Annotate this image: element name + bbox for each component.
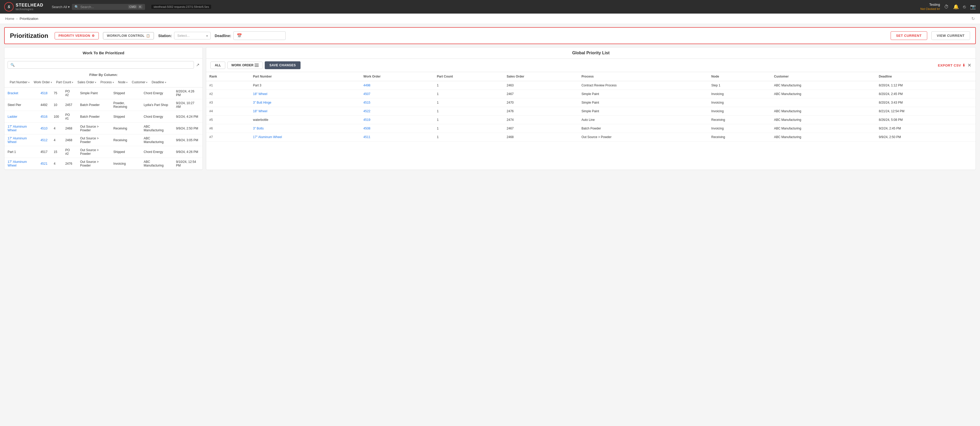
cell-part-count: 1 [434, 107, 504, 116]
expand-icon[interactable]: ↗ [196, 62, 199, 67]
cell-work-order: 4498 [360, 81, 434, 90]
breadcrumb-home[interactable]: Home [5, 17, 14, 21]
nav-logo-name: STEELHEAD [16, 3, 43, 8]
col-filter-deadline[interactable]: Deadline▾ [150, 79, 168, 85]
save-changes-button[interactable]: SAVE CHANGES [265, 61, 301, 69]
cell-part-count: 1 [434, 124, 504, 133]
cell-node: Shipped [110, 146, 141, 158]
left-data-table: Bracket 4518 75 PO #2 Simple Paint Shipp… [5, 87, 202, 169]
keyboard-shortcut-hint: CMD K [128, 5, 142, 9]
search-input[interactable] [80, 5, 126, 9]
search-icon: 🔍 [75, 5, 79, 9]
deadline-group: Deadline: 📅 [215, 31, 286, 40]
nav-logo-sub: technologies [16, 8, 43, 11]
cell-process: Out Source > Powder [77, 158, 110, 169]
part-number-link[interactable]: 3" Bolts [253, 127, 264, 130]
cell-part-count: 4 [51, 123, 62, 135]
work-order-link[interactable]: 4507 [364, 92, 371, 96]
camera-icon[interactable]: 📷 [970, 4, 976, 10]
refresh-icon[interactable]: ↻ [971, 16, 975, 21]
all-button[interactable]: ALL [210, 62, 225, 69]
part-number-text: Steel Pier [8, 103, 21, 107]
work-order-link[interactable]: 4508 [364, 127, 371, 130]
search-all-dropdown[interactable]: Search All ▾ [52, 5, 70, 9]
col-filter-customer[interactable]: Customer▾ [130, 79, 150, 85]
cell-deadline: 8/20/24, 4:26 PM [173, 87, 203, 99]
cell-work-order: 4508 [360, 124, 434, 133]
close-button[interactable]: ✕ [967, 62, 971, 68]
view-current-button[interactable]: VIEW CURRENT [931, 31, 970, 40]
col-filter-node[interactable]: Node▾ [116, 79, 130, 85]
cell-part-number: Part 1 [5, 146, 37, 158]
cell-deadline: 9/9/24, 2:50 PM [173, 123, 203, 135]
work-order-link[interactable]: 4516 [40, 115, 48, 119]
nav-logo-text: STEELHEAD technologies [16, 3, 43, 11]
work-order-link[interactable]: 4511 [364, 135, 371, 139]
logout-icon[interactable]: ⎋ [963, 4, 966, 10]
right-panel-title: Global Priority List [206, 48, 975, 59]
nav-search-section: Search All ▾ 🔍 CMD K [52, 4, 145, 10]
cell-work-order: 4510 [37, 123, 51, 135]
left-search-box[interactable]: 🔍 [8, 61, 194, 69]
table-row: Steel Pier 4492 10 2457 Batch Powder Pow… [5, 99, 202, 111]
part-number-link[interactable]: 17" Aluminum Wheel [8, 136, 27, 144]
part-number-link[interactable]: 3" Butt Hinge [253, 101, 271, 105]
cell-sales-order: 2463 [504, 81, 578, 90]
chevron-down-icon: ▾ [113, 81, 114, 84]
cell-part-count: 4 [51, 158, 62, 169]
cell-deadline: 9/9/24, 2:50 PM [876, 133, 975, 141]
deadline-input[interactable]: 📅 [233, 31, 286, 40]
part-number-link[interactable]: Bracket [8, 91, 18, 95]
station-select-wrapper: Select... [174, 32, 211, 40]
work-order-link[interactable]: 4512 [40, 138, 48, 142]
cell-part-count: 15 [51, 146, 62, 158]
station-select[interactable]: Select... [174, 32, 211, 40]
cell-part-count: 100 [51, 111, 62, 123]
gear-icon: ⚙ [92, 34, 95, 38]
priority-version-button[interactable]: PRIORITY VERSION ⚙ [55, 32, 99, 40]
col-filter-part-count[interactable]: Part Count▾ [54, 79, 75, 85]
part-number-link[interactable]: 17" Aluminum Wheel [8, 160, 27, 167]
col-filter-process[interactable]: Process▾ [98, 79, 116, 85]
chevron-down-icon: ▾ [28, 81, 30, 84]
col-filter-part-number[interactable]: Part Number▾ [8, 79, 32, 85]
chevron-down-icon: ▾ [68, 5, 70, 9]
priority-header: Prioritization PRIORITY VERSION ⚙ WORKFL… [4, 27, 976, 44]
part-number-link[interactable]: 17" Aluminum Wheel [8, 125, 27, 132]
work-order-link[interactable]: 4510 [40, 127, 48, 130]
part-number-link[interactable]: Ladder [8, 115, 17, 119]
cell-deadline: 9/2/24, 10:27 AM [173, 99, 203, 111]
left-search-input[interactable] [16, 63, 191, 67]
cell-deadline: 8/21/24, 12:54 PM [876, 107, 975, 116]
work-order-link[interactable]: 4519 [364, 118, 371, 122]
cell-deadline: 8/20/24, 2:45 PM [876, 90, 975, 98]
set-current-button[interactable]: SET CURRENT [891, 31, 927, 40]
part-number-link[interactable]: 17" Aluminum Wheel [253, 135, 282, 139]
cell-deadline: 9/2/24, 2:45 PM [876, 124, 975, 133]
left-panel: Work To Be Prioritized 🔍 ↗ Filter By Col… [4, 47, 203, 170]
cell-part-count: 1 [434, 98, 504, 107]
cell-part-number: 18" Wheel [250, 90, 360, 98]
cell-customer: ABC Manufacturing [771, 107, 876, 116]
work-order-link[interactable]: 4498 [364, 84, 371, 87]
work-order-link[interactable]: 4522 [364, 109, 371, 113]
work-order-button[interactable]: WORK ORDER [228, 62, 262, 69]
part-number-link[interactable]: 18" Wheel [253, 92, 267, 96]
cell-sales-order: 2457 [62, 99, 77, 111]
table-row: 17" Aluminum Wheel 4510 4 2468 Out Sourc… [5, 123, 202, 135]
work-order-link[interactable]: 4521 [40, 162, 48, 165]
work-order-link[interactable]: 4518 [40, 91, 48, 95]
col-filter-sales-order[interactable]: Sales Order▾ [75, 79, 98, 85]
col-filter-work-order[interactable]: Work Order▾ [32, 79, 54, 85]
clock-icon[interactable]: ⏱ [944, 4, 949, 10]
col-part-count: Part Count [434, 72, 504, 81]
workflow-control-button[interactable]: WORKFLOW CONTROL 📋 [103, 32, 154, 40]
cell-process: Batch Powder [77, 111, 110, 123]
cell-process: Contract Review Process [578, 81, 708, 90]
cell-customer: Lydia's Part Shop [141, 99, 173, 111]
work-order-link[interactable]: 4515 [364, 101, 371, 105]
part-number-link[interactable]: 18" Wheel [253, 109, 267, 113]
main-content: Work To Be Prioritized 🔍 ↗ Filter By Col… [0, 47, 980, 174]
bell-icon[interactable]: 🔔 [953, 4, 959, 10]
export-csv-button[interactable]: EXPORT CSV ⬇ [938, 63, 966, 67]
